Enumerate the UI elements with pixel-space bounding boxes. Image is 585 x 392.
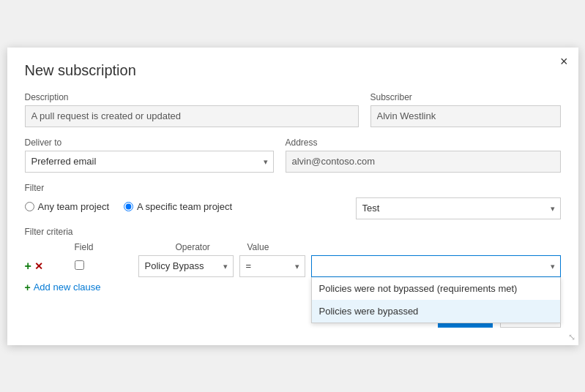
subscriber-label: Subscriber bbox=[370, 92, 561, 102]
dropdown-item-0[interactable]: Policies were not bypassed (requirements… bbox=[312, 277, 560, 300]
project-select[interactable]: Test bbox=[356, 197, 561, 219]
address-label: Address bbox=[286, 137, 561, 148]
add-clause-plus-icon: + bbox=[25, 282, 31, 293]
deliver-to-label: Deliver to bbox=[25, 137, 274, 148]
value-column-header: Value bbox=[247, 242, 269, 252]
value-input[interactable] bbox=[311, 255, 561, 277]
description-label: Description bbox=[25, 92, 359, 102]
description-input bbox=[25, 105, 359, 127]
close-button[interactable]: × bbox=[560, 55, 568, 68]
filter-criteria-label: Filter criteria bbox=[25, 227, 561, 237]
filter-label: Filter bbox=[25, 183, 561, 193]
any-project-label: Any team project bbox=[38, 201, 110, 212]
value-dropdown: Policies were not bypassed (requirements… bbox=[311, 277, 561, 323]
resize-handle[interactable]: ⤡ bbox=[568, 332, 575, 342]
dialog: × New subscription Description Subscribe… bbox=[7, 48, 578, 345]
specific-project-label: A specific team project bbox=[137, 201, 232, 212]
dialog-title: New subscription bbox=[25, 62, 561, 79]
add-row-button[interactable]: + bbox=[25, 260, 31, 272]
specific-project-radio[interactable] bbox=[124, 202, 133, 211]
add-clause-label: Add new clause bbox=[34, 282, 101, 293]
operator-column-header: Operator bbox=[176, 242, 210, 252]
any-project-radio[interactable] bbox=[25, 202, 34, 211]
operator-select[interactable]: = bbox=[239, 255, 305, 277]
row-checkbox[interactable] bbox=[75, 260, 84, 270]
field-select[interactable]: Policy Bypass bbox=[138, 255, 234, 277]
remove-row-button[interactable]: ✕ bbox=[34, 261, 43, 271]
dropdown-item-1[interactable]: Policies were bypassed bbox=[312, 300, 560, 323]
field-column-header: Field bbox=[75, 242, 94, 252]
deliver-to-select[interactable]: Preferred email bbox=[25, 151, 274, 173]
subscriber-input bbox=[370, 105, 561, 127]
address-input bbox=[286, 151, 561, 173]
